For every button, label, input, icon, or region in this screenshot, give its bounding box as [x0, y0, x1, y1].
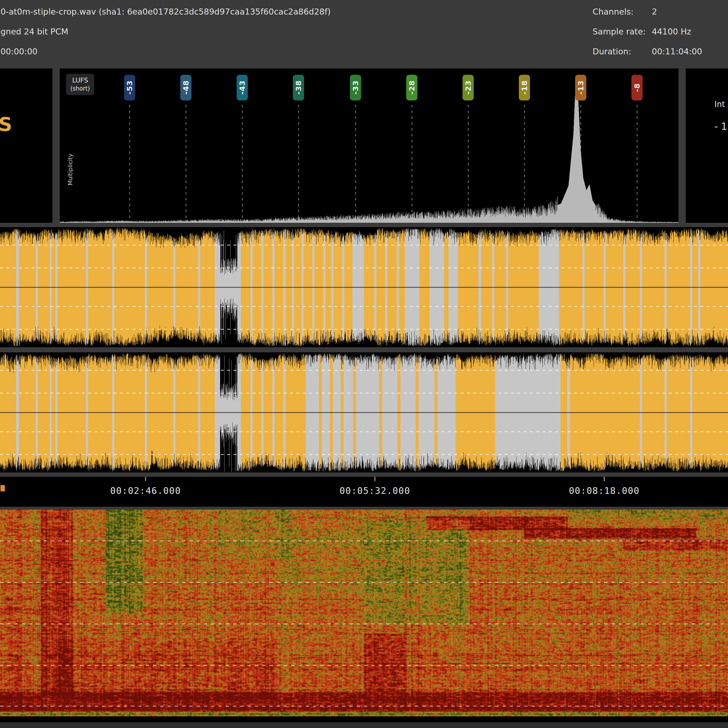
waveform-gridline	[0, 268, 728, 268]
time-tick	[375, 477, 375, 481]
spectrogram-gridline	[0, 624, 728, 624]
file-info-block: 0-at0m-stiple-crop.wav (sha1: 6ea0e01782…	[0, 5, 331, 58]
lufs-tick-label: -53	[125, 80, 134, 95]
sample-rate-label: Sample rate:	[593, 25, 648, 38]
duration-label: Duration:	[593, 45, 648, 58]
integrated-loudness-panel: Int - 1	[686, 69, 728, 223]
lufs-histogram-panel: LUFS (short) Multiplicity -53-48-43-38-3…	[60, 69, 679, 223]
zero-axis-line	[0, 287, 728, 288]
time-tick	[145, 477, 146, 481]
zero-axis-line	[0, 412, 728, 413]
time-tick	[604, 477, 605, 481]
lufs-tick-badge: -38	[293, 75, 304, 101]
bottom-panel-edge	[0, 722, 728, 728]
lufs-tick-label: -23	[464, 80, 473, 95]
spectrogram-gridline	[0, 665, 728, 665]
lufs-tick-badge: -8	[632, 75, 642, 101]
lufs-tick-badge: -43	[237, 75, 248, 101]
lufs-tick-badge: -23	[462, 75, 474, 101]
file-stats-block: Channels: 2 Sample rate: 44100 Hz Durati…	[593, 5, 702, 58]
lufs-tick-label: -48	[182, 80, 190, 95]
lufs-tick-label: -13	[577, 80, 585, 95]
left-panel-partial-text: S	[0, 113, 12, 135]
channels-label: Channels:	[593, 5, 648, 18]
integrated-label: Int	[714, 99, 725, 109]
lufs-tick-badge: -33	[350, 75, 361, 101]
time-axis: 00:02:46.00000:05:32.00000:08:18.000	[0, 477, 728, 507]
lufs-tick-badge: -28	[406, 75, 418, 101]
lufs-tick-label: -8	[633, 83, 641, 92]
bottom-strip	[0, 716, 728, 722]
spectrogram-gridline	[0, 540, 728, 541]
histogram-ticks-overlay: -53-48-43-38-33-28-23-18-13-8	[60, 69, 679, 223]
spectrogram-gridline	[0, 706, 728, 707]
lufs-tick-label: -18	[520, 80, 529, 95]
file-name: 0-at0m-stiple-crop.wav (sha1: 6ea0e01782…	[0, 5, 331, 18]
sample-rate-value: 44100 Hz	[652, 25, 702, 38]
waveform-gridline	[0, 306, 728, 307]
lufs-tick-badge: -13	[575, 75, 586, 101]
duration-value: 00:11:04:00	[652, 45, 702, 58]
time-label: 00:02:46.000	[110, 486, 181, 496]
playhead-marker	[0, 485, 5, 491]
waveform-gridline	[0, 454, 728, 455]
header: 0-at0m-stiple-crop.wav (sha1: 6ea0e01782…	[0, 0, 728, 66]
lufs-tick-badge: -53	[124, 75, 135, 101]
lufs-tick-label: -43	[238, 80, 246, 95]
waveform-gridline	[0, 393, 728, 394]
file-format: gned 24 bit PCM	[0, 25, 331, 38]
time-label: 00:05:32.000	[340, 486, 410, 496]
waveform-gridline	[0, 431, 728, 432]
waveform-gridline	[0, 329, 728, 330]
spectrogram-gridline	[0, 582, 728, 583]
integrated-value: - 1	[714, 121, 727, 132]
spectrogram	[0, 509, 728, 716]
lufs-tick-badge: -18	[519, 75, 530, 101]
waveform-channel-1	[0, 227, 728, 347]
channels-value: 2	[652, 5, 702, 18]
waveform-gridline	[0, 245, 728, 246]
left-meter-panel: S	[0, 69, 52, 223]
waveform-channel-2	[0, 352, 728, 473]
file-start-time: 00:00:00	[0, 45, 331, 58]
lufs-tick-label: -28	[407, 80, 416, 95]
lufs-tick-badge: -48	[180, 75, 191, 101]
lufs-tick-label: -33	[351, 80, 360, 95]
waveform-gridline	[0, 370, 728, 371]
audio-analyzer-window: 0-at0m-stiple-crop.wav (sha1: 6ea0e01782…	[0, 0, 728, 728]
time-label: 00:08:18.000	[569, 486, 639, 496]
lufs-tick-label: -38	[294, 80, 303, 95]
